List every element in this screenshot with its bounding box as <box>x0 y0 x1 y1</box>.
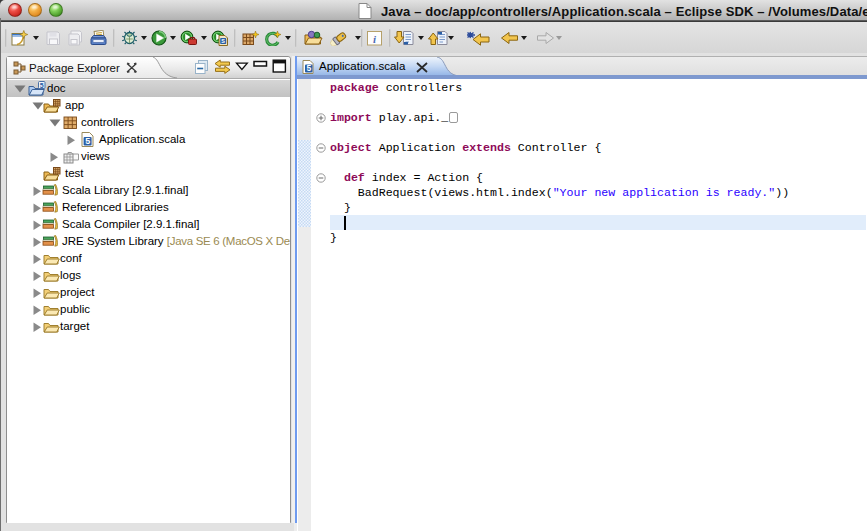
svg-text:5: 5 <box>85 136 90 146</box>
svg-text:5: 5 <box>40 82 44 89</box>
svg-text:5: 5 <box>306 63 311 73</box>
svg-text:S: S <box>221 38 225 44</box>
